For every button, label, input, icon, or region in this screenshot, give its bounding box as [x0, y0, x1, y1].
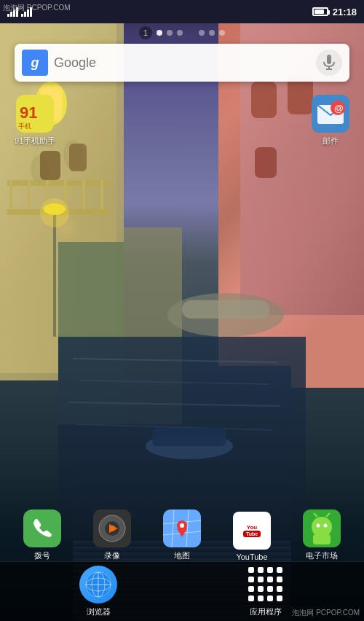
page-indicator: 1 [0, 26, 364, 39]
status-right: 21:18 [312, 7, 357, 17]
app-icon-91assistant[interactable]: 91 手机 91手机助手 [15, 95, 55, 147]
apps-icon-shape [247, 566, 285, 604]
app-label-market: 电子市场 [306, 550, 338, 561]
microphone-icon[interactable] [316, 50, 342, 76]
youtube-tube-text: Tube [243, 531, 261, 537]
app-label-map: 地图 [174, 550, 190, 561]
watermark-top: 泡泡网 PCPOP.COM [3, 3, 71, 13]
svg-point-56 [180, 523, 184, 528]
svg-rect-35 [327, 55, 331, 64]
svg-rect-64 [313, 534, 331, 544]
app-icon-email[interactable]: @ 邮件 [312, 95, 349, 147]
watermark-bottom: 泡泡网 PCPOP.COM [292, 608, 360, 618]
youtube-icon-shape: You Tube [233, 512, 271, 550]
app-label-youtube: YouTube [236, 552, 267, 561]
app-icon-video[interactable]: 录像 [93, 509, 131, 561]
app-icon-phone[interactable]: 拨号 [23, 509, 61, 561]
page-dot-2[interactable] [167, 30, 173, 36]
youtube-you-text: You [247, 524, 258, 531]
page-dot-5[interactable] [209, 30, 215, 36]
search-input[interactable] [54, 55, 310, 71]
bottom-apps-row: 拨号 录像 [0, 509, 364, 561]
page-dot-6[interactable] [219, 30, 225, 36]
dock-label-browser: 浏览器 [87, 606, 111, 617]
apps-grid [248, 567, 284, 603]
app-label-video: 录像 [104, 550, 120, 561]
browser-icon-shape [79, 566, 117, 604]
battery-icon [312, 7, 328, 16]
app-label-email: 邮件 [323, 136, 339, 147]
app-label-phone: 拨号 [34, 550, 50, 561]
app-icon-youtube[interactable]: You Tube YouTube [233, 512, 271, 561]
video-icon-shape [93, 509, 131, 547]
app-icon-market[interactable]: 电子市场 [303, 509, 341, 561]
dock-item-browser[interactable]: 浏览器 [79, 566, 117, 617]
dock-item-apps[interactable]: 应用程序 [247, 566, 285, 617]
svg-point-59 [312, 517, 332, 537]
map-icon-shape [163, 509, 201, 547]
svg-text:91: 91 [20, 104, 37, 122]
phone-icon-shape [23, 509, 61, 547]
app-label-91: 91手机助手 [15, 136, 55, 147]
svg-point-61 [324, 524, 328, 528]
market-icon-shape [303, 509, 341, 547]
svg-text:@: @ [334, 103, 344, 114]
page-dot-1[interactable] [157, 30, 162, 36]
clock: 21:18 [333, 7, 357, 17]
page-number: 1 [139, 26, 152, 39]
google-icon: g [22, 50, 48, 76]
search-bar[interactable]: g [15, 44, 349, 82]
svg-point-60 [317, 524, 320, 528]
page-dot-3[interactable] [177, 30, 183, 36]
app-icon-map[interactable]: 地图 [163, 509, 201, 561]
svg-text:手机: 手机 [18, 122, 31, 130]
lamp-glow [51, 213, 80, 242]
page-dot-4[interactable] [199, 30, 205, 36]
dock-label-apps: 应用程序 [250, 606, 282, 617]
